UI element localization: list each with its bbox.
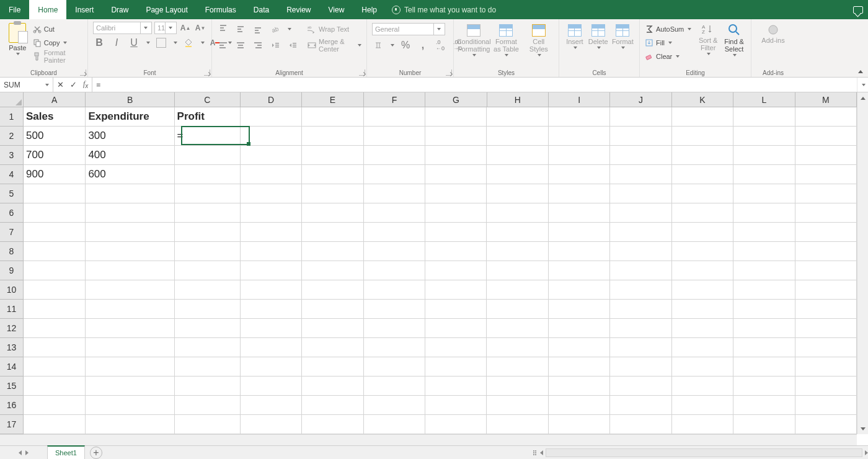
scroll-split-handle[interactable] — [533, 450, 536, 455]
cell-L16[interactable] — [733, 396, 795, 415]
column-header-C[interactable]: C — [175, 92, 241, 107]
cell-A14[interactable] — [24, 357, 86, 377]
cell-L2[interactable] — [733, 127, 795, 146]
cell-K11[interactable] — [672, 300, 733, 319]
column-header-L[interactable]: L — [733, 92, 795, 107]
cell-M9[interactable] — [795, 261, 857, 280]
cell-K3[interactable] — [672, 146, 733, 165]
cell-E7[interactable] — [302, 223, 363, 242]
cell-J12[interactable] — [610, 319, 671, 338]
row-header-16[interactable]: 16 — [0, 396, 23, 415]
cell-L11[interactable] — [733, 300, 795, 319]
cell-G12[interactable] — [425, 319, 487, 338]
cell-M13[interactable] — [795, 338, 857, 357]
scroll-down-button[interactable] — [857, 423, 868, 434]
cell-K2[interactable] — [672, 127, 733, 146]
cell-M1[interactable] — [795, 107, 857, 127]
cell-H17[interactable] — [487, 415, 548, 434]
cell-H6[interactable] — [487, 203, 548, 223]
insert-function-button[interactable]: fx — [83, 79, 88, 89]
decrease-indent-icon[interactable] — [269, 39, 281, 51]
scroll-right-button[interactable] — [865, 450, 868, 455]
cell-B6[interactable] — [86, 203, 174, 223]
cell-B16[interactable] — [86, 396, 174, 415]
italic-button[interactable]: I — [110, 37, 123, 49]
cell-J5[interactable] — [610, 184, 671, 203]
format-as-table-button[interactable]: Format as Table — [492, 23, 520, 56]
column-header-E[interactable]: E — [302, 92, 363, 107]
cell-D11[interactable] — [241, 300, 302, 319]
cell-B15[interactable] — [86, 377, 174, 396]
cell-I14[interactable] — [549, 357, 610, 377]
cell-I4[interactable] — [549, 165, 610, 184]
cell-E6[interactable] — [302, 203, 363, 223]
cell-D5[interactable] — [241, 184, 302, 203]
cell-J3[interactable] — [610, 146, 671, 165]
fill-button[interactable]: Fill — [645, 37, 691, 49]
cell-E9[interactable] — [302, 261, 363, 280]
cell-C8[interactable] — [175, 242, 241, 261]
next-sheet-button[interactable] — [25, 450, 29, 455]
cell-B3[interactable]: 400 — [86, 146, 174, 165]
cell-H10[interactable] — [487, 280, 548, 300]
conditional-formatting-button[interactable]: Conditional Formatting — [459, 23, 488, 56]
cell-H2[interactable] — [487, 127, 548, 146]
cell-J7[interactable] — [610, 223, 671, 242]
cell-C14[interactable] — [175, 357, 241, 377]
tab-formulas[interactable]: Formulas — [197, 0, 245, 19]
cell-A15[interactable] — [24, 377, 86, 396]
number-dialog-launcher[interactable] — [446, 69, 452, 76]
orientation-icon[interactable]: ab — [269, 23, 281, 35]
cell-C5[interactable] — [175, 184, 241, 203]
cell-D12[interactable] — [241, 319, 302, 338]
cell-J4[interactable] — [610, 165, 671, 184]
expand-formula-bar-button[interactable] — [857, 78, 868, 92]
column-header-H[interactable]: H — [487, 92, 549, 107]
cell-I9[interactable] — [549, 261, 610, 280]
cell-D15[interactable] — [241, 377, 302, 396]
row-header-5[interactable]: 5 — [0, 184, 23, 203]
row-header-17[interactable]: 17 — [0, 415, 23, 434]
cell-B2[interactable]: 300 — [86, 127, 174, 146]
cell-A4[interactable]: 900 — [24, 165, 86, 184]
cell-H12[interactable] — [487, 319, 548, 338]
cell-F12[interactable] — [364, 319, 425, 338]
row-header-8[interactable]: 8 — [0, 242, 23, 261]
cell-H3[interactable] — [487, 146, 548, 165]
cell-E2[interactable] — [302, 127, 363, 146]
cell-I13[interactable] — [549, 338, 610, 357]
underline-button[interactable]: U — [128, 37, 140, 49]
cell-F15[interactable] — [364, 377, 425, 396]
cell-C12[interactable] — [175, 319, 241, 338]
cell-I11[interactable] — [549, 300, 610, 319]
row-header-13[interactable]: 13 — [0, 338, 23, 357]
cell-L8[interactable] — [733, 242, 795, 261]
align-right-icon[interactable] — [252, 39, 264, 51]
align-center-icon[interactable] — [234, 39, 247, 51]
comments-icon[interactable] — [853, 6, 863, 14]
cell-L14[interactable] — [733, 357, 795, 377]
cell-I7[interactable] — [549, 223, 610, 242]
cell-L12[interactable] — [733, 319, 795, 338]
cell-F17[interactable] — [364, 415, 425, 434]
cell-A9[interactable] — [24, 261, 86, 280]
cell-H13[interactable] — [487, 338, 548, 357]
worksheet-grid[interactable]: ABCDEFGHIJKLM 12345678910111213141516171… — [0, 92, 868, 445]
increase-indent-icon[interactable] — [286, 39, 299, 51]
cell-I1[interactable] — [549, 107, 610, 127]
row-header-3[interactable]: 3 — [0, 146, 23, 165]
cell-M14[interactable] — [795, 357, 857, 377]
tab-file[interactable]: File — [0, 0, 29, 19]
cell-C16[interactable] — [175, 396, 241, 415]
cell-M5[interactable] — [795, 184, 857, 203]
cell-M3[interactable] — [795, 146, 857, 165]
cell-K4[interactable] — [672, 165, 733, 184]
cell-L3[interactable] — [733, 146, 795, 165]
cell-L4[interactable] — [733, 165, 795, 184]
row-header-6[interactable]: 6 — [0, 203, 23, 223]
cell-K17[interactable] — [672, 415, 733, 434]
cell-styles-button[interactable]: Cell Styles — [525, 23, 553, 56]
cell-F1[interactable] — [364, 107, 425, 127]
cell-B13[interactable] — [86, 338, 174, 357]
cell-D2[interactable] — [241, 127, 302, 146]
